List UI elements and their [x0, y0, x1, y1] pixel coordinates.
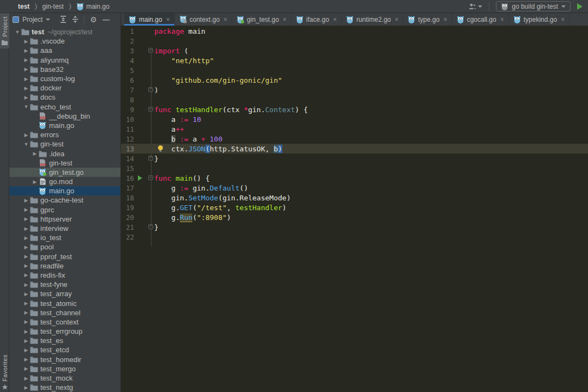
tree-item-test_etcd[interactable]: ▶test_etcd	[9, 345, 120, 354]
tree-chevron-icon[interactable]: ▶	[23, 76, 29, 82]
editor-tab-type.go[interactable]: type.go×	[403, 13, 452, 26]
breadcrumb-item-file[interactable]: main.go	[86, 3, 110, 10]
tree-chevron-icon[interactable]: ▶	[23, 216, 29, 222]
tree-chevron-icon[interactable]: ▶	[23, 385, 29, 390]
code-line-8[interactable]: 8	[121, 95, 588, 105]
fold-start-icon[interactable]: −	[148, 175, 153, 180]
tree-chevron-icon[interactable]: ▶	[23, 207, 29, 212]
tree-item-test_mock[interactable]: ▶test_mock	[9, 373, 120, 383]
code-line-16[interactable]: 16−func main() {	[121, 173, 588, 183]
tree-chevron-icon[interactable]: ▶	[23, 338, 29, 344]
code-editor[interactable]: 1package main23−import (4 "net/http"56 "…	[121, 26, 588, 392]
code-line-22[interactable]: 22	[121, 232, 588, 242]
editor-tab-iface.go[interactable]: iface.go×	[292, 13, 342, 26]
tree-chevron-icon[interactable]: ▶	[32, 151, 38, 156]
tree-item-docker[interactable]: ▶docker	[9, 83, 120, 93]
code-line-18[interactable]: 18 gin.SetMode(gin.ReleaseMode)	[121, 193, 588, 203]
fold-end-icon[interactable]: ⌃	[148, 87, 153, 92]
run-configuration-select[interactable]: go build gin-test	[496, 1, 571, 11]
code-line-6[interactable]: 6 "github.com/gin-gonic/gin"	[121, 75, 588, 85]
tree-chevron-icon[interactable]: ▶	[23, 95, 29, 100]
run-button[interactable]	[577, 3, 583, 10]
tree-item-aliyunmq[interactable]: ▶aliyunmq	[9, 56, 120, 65]
tree-item-__debug_bin[interactable]: __debug_bin	[9, 112, 120, 121]
tree-item-readfile[interactable]: ▶readfile	[9, 261, 120, 271]
tree-chevron-icon[interactable]: ▶	[23, 310, 29, 315]
tree-chevron-icon[interactable]: ▶	[23, 376, 29, 381]
chevron-down-icon[interactable]	[46, 19, 50, 21]
code-line-7[interactable]: 7⌃)	[121, 85, 588, 95]
code-line-2[interactable]: 2	[121, 36, 588, 46]
tab-close-icon[interactable]: ×	[444, 16, 447, 23]
tree-item-aaa[interactable]: ▶aaa	[9, 46, 120, 55]
tree-item-go-cache-test[interactable]: ▶go-cache-test	[9, 195, 120, 205]
tree-chevron-icon[interactable]: ▶	[32, 179, 38, 185]
code-line-19[interactable]: 19 g.GET("/test", testHandler)	[121, 203, 588, 212]
tree-item-pprof_test[interactable]: ▶pprof_test	[9, 252, 120, 261]
code-line-15[interactable]: 15	[121, 163, 588, 173]
tree-chevron-icon[interactable]: ▶	[23, 319, 29, 324]
tree-item-io_test[interactable]: ▶io_test	[9, 233, 120, 242]
code-line-1[interactable]: 1package main	[121, 26, 588, 36]
toolwindow-button-favorites[interactable]: Favorites	[0, 354, 9, 390]
tree-item-errors[interactable]: ▶errors	[9, 130, 120, 139]
tree-chevron-icon[interactable]: ▶	[23, 85, 29, 91]
expand-all-icon[interactable]	[60, 16, 66, 23]
tree-item-test_atomic[interactable]: ▶test_atomic	[9, 298, 120, 308]
tab-close-icon[interactable]: ×	[333, 16, 337, 23]
hide-panel-icon[interactable]: —	[102, 15, 110, 23]
code-line-12[interactable]: 12 b := a + 100	[121, 134, 588, 144]
breadcrumb-item-folder[interactable]: gin-test	[43, 3, 64, 10]
code-line-5[interactable]: 5	[121, 65, 588, 75]
fold-start-icon[interactable]: −	[148, 107, 153, 112]
tab-close-icon[interactable]: ×	[395, 16, 398, 23]
code-line-4[interactable]: 4 "net/http"	[121, 56, 588, 65]
tree-item-gin-test[interactable]: ▼gin-test	[9, 139, 120, 149]
tree-chevron-icon[interactable]: ▶	[23, 272, 29, 278]
code-line-11[interactable]: 11 a++	[121, 124, 588, 134]
code-line-20[interactable]: 20 g.Run(":8908")	[121, 212, 588, 222]
code-line-3[interactable]: 3−import (	[121, 46, 588, 56]
tab-close-icon[interactable]: ×	[223, 16, 227, 23]
tab-close-icon[interactable]: ×	[166, 16, 170, 23]
tree-item-gin-test[interactable]: gin-test	[9, 158, 120, 168]
tree-chevron-icon[interactable]: ▶	[23, 66, 29, 72]
tree-item-test_context[interactable]: ▶test_context	[9, 317, 120, 327]
tree-item-test_errgroup[interactable]: ▶test_errgroup	[9, 327, 120, 336]
tree-chevron-icon[interactable]: ▶	[23, 57, 29, 63]
tree-item-base32[interactable]: ▶base32	[9, 65, 120, 74]
tree-chevron-icon[interactable]: ▶	[23, 291, 29, 297]
tree-chevron-icon[interactable]: ▶	[23, 263, 29, 268]
editor-tab-gin_test.go[interactable]: gin_test.go×	[232, 13, 292, 26]
tree-item-interview[interactable]: ▶interview	[9, 224, 120, 233]
tree-chevron-icon[interactable]: ▶	[23, 244, 29, 250]
fold-end-icon[interactable]: ⌃	[148, 224, 153, 229]
tree-item-httpserver[interactable]: ▶httpserver	[9, 215, 120, 224]
tree-chevron-icon[interactable]: ▶	[23, 347, 29, 353]
code-line-13[interactable]: 13 ctx.JSON(http.StatusOK, b)	[121, 144, 588, 154]
tree-item-echo_test[interactable]: ▼echo_test	[9, 102, 120, 112]
code-line-21[interactable]: 21⌃}	[121, 222, 588, 232]
tab-close-icon[interactable]: ×	[561, 16, 565, 23]
tree-item-pool[interactable]: ▶pool	[9, 242, 120, 252]
editor-tab-runtime2.go[interactable]: runtime2.go×	[342, 13, 403, 26]
collapse-all-icon[interactable]	[72, 16, 78, 23]
tree-item-go.mod[interactable]: ▶go.mod	[9, 177, 120, 186]
editor-tab-context.go[interactable]: context.go×	[175, 13, 232, 26]
tree-item-test_channel[interactable]: ▶test_channel	[9, 308, 120, 317]
fold-start-icon[interactable]: −	[148, 48, 153, 53]
tree-chevron-icon[interactable]: ▶	[23, 329, 29, 334]
tree-item-main.go[interactable]: main.go	[9, 186, 120, 195]
code-line-10[interactable]: 10 a := 10	[121, 114, 588, 124]
users-button[interactable]	[469, 3, 482, 10]
gear-icon[interactable]: ⚙	[90, 16, 97, 23]
code-line-14[interactable]: 14⌃}	[121, 154, 588, 163]
tree-chevron-icon[interactable]: ▼	[23, 142, 29, 147]
tree-item-gprc[interactable]: ▶gprc	[9, 205, 120, 215]
tab-close-icon[interactable]: ×	[283, 16, 287, 23]
tree-item-docs[interactable]: ▶docs	[9, 93, 120, 102]
tree-item-test_es[interactable]: ▶test_es	[9, 336, 120, 345]
tree-chevron-icon[interactable]: ▶	[23, 366, 29, 371]
toolwindow-button-project[interactable]: Project	[0, 13, 9, 48]
run-main-icon[interactable]	[138, 175, 142, 181]
